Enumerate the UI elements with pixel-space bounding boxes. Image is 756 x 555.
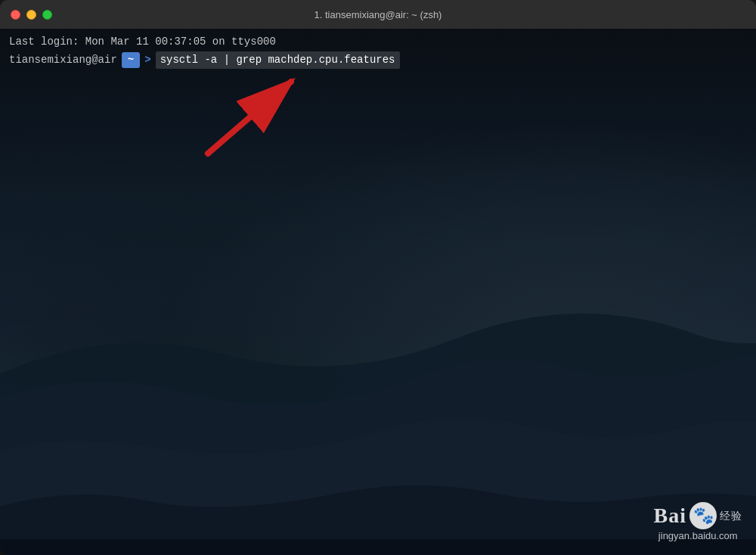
close-button[interactable] [11, 10, 20, 20]
titlebar: 1. tiansemixiang@air: ~ (zsh) [0, 0, 756, 29]
terminal-body[interactable]: Last login: Mon Mar 11 00:37:05 on ttys0… [0, 29, 756, 555]
prompt-user: tiansemixiang@air [9, 53, 117, 68]
prompt-dir: ~ [122, 52, 140, 69]
baidu-text: Bai [654, 504, 686, 528]
traffic-lights [11, 10, 52, 20]
minimize-button[interactable] [26, 10, 36, 20]
maximize-button[interactable] [42, 10, 52, 20]
prompt-line: tiansemixiang@air ~ > sysctl -a | grep m… [9, 51, 747, 70]
jingyan-text: 经验 [720, 510, 742, 523]
jingyan-row: 经验 [720, 508, 742, 523]
svg-rect-0 [0, 540, 756, 555]
terminal-content: Last login: Mon Mar 11 00:37:05 on ttys0… [0, 29, 756, 75]
command-text: sysctl -a | grep machdep.cpu.features [156, 51, 400, 70]
watermark: Bai 🐾 经验 jingyan.baidu.com [654, 502, 742, 541]
terminal-window: 1. tiansemixiang@air: ~ (zsh) Last login… [0, 0, 756, 555]
baidu-url: jingyan.baidu.com [658, 530, 738, 541]
baidu-paw-icon: 🐾 [689, 502, 717, 529]
baidu-logo: Bai 🐾 经验 [654, 502, 742, 529]
prompt-arrow: > [144, 53, 150, 68]
dune-background [0, 107, 756, 555]
window-title: 1. tiansemixiang@air: ~ (zsh) [314, 9, 442, 20]
login-line: Last login: Mon Mar 11 00:37:05 on ttys0… [9, 35, 747, 50]
